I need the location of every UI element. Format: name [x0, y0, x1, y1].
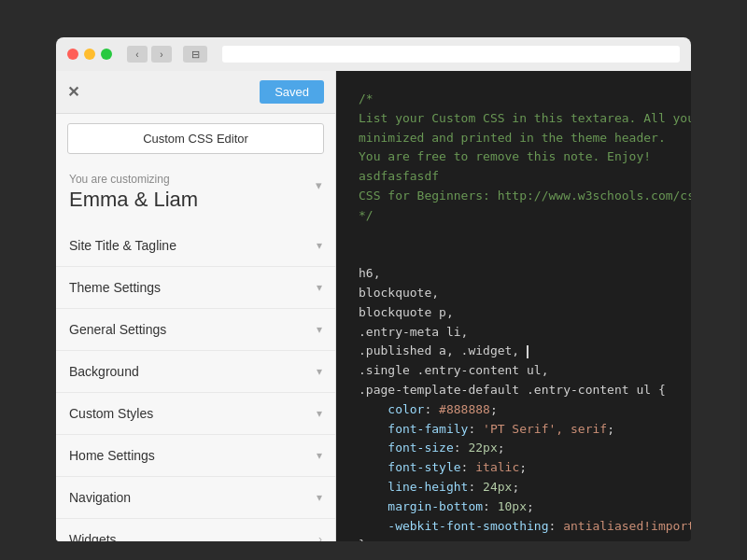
sidebar-item-navigation[interactable]: Navigation ▾ [56, 477, 335, 519]
customizing-section: You are customizing Emma & Liam ▾ [56, 163, 335, 217]
chevron-down-icon: ▾ [317, 365, 322, 378]
sidebar-item-widgets[interactable]: Widgets › [56, 519, 335, 541]
sidebar-item-custom-styles[interactable]: Custom Styles ▾ [56, 393, 335, 435]
chevron-right-icon: › [318, 533, 322, 541]
sidebar-item-site-title[interactable]: Site Title & Tagline ▾ [56, 225, 335, 267]
traffic-light-green[interactable] [101, 49, 112, 60]
sidebar-toggle-button[interactable]: ⊟ [183, 46, 207, 63]
close-button[interactable]: ✕ [67, 83, 79, 101]
sidebar-item-background[interactable]: Background ▾ [56, 351, 335, 393]
url-bar[interactable] [222, 46, 680, 63]
chevron-down-icon: ▾ [317, 281, 322, 294]
sidebar-menu: Site Title & Tagline ▾ Theme Settings ▾ … [56, 225, 335, 541]
chevron-down-icon: ▾ [317, 491, 322, 504]
window-chrome: ‹ › ⊟ [56, 37, 691, 71]
forward-button[interactable]: › [151, 46, 172, 63]
sidebar-item-label: Custom Styles [69, 406, 153, 421]
customizing-chevron-icon: ▾ [316, 178, 322, 192]
sidebar-item-label: Navigation [69, 490, 131, 505]
nav-buttons: ‹ › [127, 46, 172, 63]
sidebar-header: ✕ Saved [56, 71, 335, 114]
sidebar-item-label: Theme Settings [69, 280, 161, 295]
sidebar-item-label: Home Settings [69, 448, 155, 463]
saved-button[interactable]: Saved [260, 80, 324, 104]
sidebar: ✕ Saved Custom CSS Editor You are custom… [56, 71, 336, 541]
sidebar-item-home-settings[interactable]: Home Settings ▾ [56, 435, 335, 477]
traffic-light-yellow[interactable] [84, 49, 95, 60]
sidebar-item-general-settings[interactable]: General Settings ▾ [56, 309, 335, 351]
back-button[interactable]: ‹ [127, 46, 148, 63]
sidebar-item-label: Site Title & Tagline [69, 238, 176, 253]
sidebar-item-label: Widgets [69, 532, 117, 541]
chevron-down-icon: ▾ [317, 239, 322, 252]
chevron-down-icon: ▾ [317, 323, 322, 336]
customizing-name: Emma & Liam [69, 188, 198, 212]
traffic-lights [67, 49, 112, 60]
main-area: ✕ Saved Custom CSS Editor You are custom… [56, 71, 691, 541]
code-editor[interactable]: /* List your Custom CSS in this textarea… [336, 71, 691, 541]
sidebar-item-label: Background [69, 364, 139, 379]
sidebar-item-label: General Settings [69, 322, 166, 337]
chevron-down-icon: ▾ [317, 407, 322, 420]
customizing-label: You are customizing [69, 173, 198, 186]
chevron-down-icon: ▾ [317, 449, 322, 462]
custom-css-editor-button[interactable]: Custom CSS Editor [67, 123, 324, 154]
traffic-light-red[interactable] [67, 49, 78, 60]
sidebar-item-theme-settings[interactable]: Theme Settings ▾ [56, 267, 335, 309]
